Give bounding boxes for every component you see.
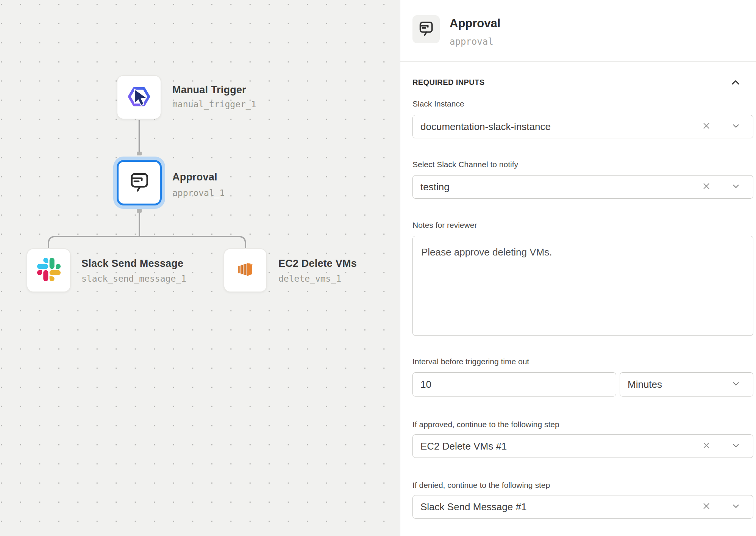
required-inputs-section-title: REQUIRED INPUTS	[412, 78, 484, 87]
interval-unit-select[interactable]: Minutes	[620, 372, 753, 397]
chevron-down-icon[interactable]	[731, 379, 741, 390]
approval-output-port	[137, 209, 142, 213]
panel-step-icon-badge	[412, 15, 440, 43]
node-subtitle: approval_1	[172, 188, 225, 198]
approval-comment-icon	[418, 20, 434, 38]
clear-icon[interactable]	[701, 181, 711, 193]
panel-subtitle: approval	[450, 36, 494, 47]
approval-input-port	[137, 152, 142, 155]
slack-channel-label: Select Slack Channel to notify	[412, 160, 518, 169]
node-approval-selection-halo	[113, 157, 165, 209]
if-denied-label: If denied, continue to the following ste…	[412, 481, 550, 490]
if-approved-label: If approved, continue to the following s…	[412, 420, 559, 429]
step-config-panel: Approval approval REQUIRED INPUTS Slack …	[400, 0, 756, 536]
manual-trigger-icon	[127, 84, 152, 111]
ec2-icon	[234, 258, 257, 283]
node-title: EC2 Delete VMs	[278, 258, 357, 270]
chevron-down-icon[interactable]	[731, 440, 741, 452]
node-subtitle: delete_vms_1	[278, 274, 341, 284]
workflow-canvas[interactable]: Manual Trigger manual_trigger_1 Approval…	[0, 0, 400, 536]
node-title: Approval	[172, 171, 217, 183]
node-subtitle: manual_trigger_1	[172, 99, 256, 109]
interval-unit-value: Minutes	[628, 379, 662, 390]
node-subtitle: slack_send_message_1	[81, 274, 186, 284]
if-denied-combobox	[412, 495, 753, 519]
interval-label: Interval before triggering time out	[412, 357, 529, 366]
interval-value-input[interactable]	[412, 372, 616, 397]
node-slack-send-message[interactable]	[27, 248, 71, 292]
clear-icon[interactable]	[701, 121, 711, 132]
panel-header-divider	[400, 61, 756, 62]
chevron-down-icon[interactable]	[731, 181, 741, 193]
approval-comment-icon	[128, 171, 150, 194]
node-title: Manual Trigger	[172, 84, 246, 96]
notes-for-reviewer-textarea[interactable]: Please approve deleting VMs.	[412, 236, 753, 336]
slack-icon	[37, 258, 61, 283]
chevron-up-icon[interactable]	[730, 77, 741, 88]
chevron-down-icon[interactable]	[731, 121, 741, 132]
notes-for-reviewer-label: Notes for reviewer	[412, 221, 477, 230]
node-approval[interactable]	[117, 160, 162, 205]
node-ec2-delete-vms[interactable]	[223, 248, 267, 292]
slack-instance-combobox	[412, 115, 753, 138]
clear-icon[interactable]	[701, 440, 711, 452]
clear-icon[interactable]	[701, 501, 711, 512]
chevron-down-icon[interactable]	[731, 501, 741, 512]
if-approved-combobox	[412, 434, 753, 458]
panel-title: Approval	[450, 17, 500, 30]
node-manual-trigger[interactable]	[117, 75, 161, 119]
slack-instance-label: Slack Instance	[412, 99, 464, 108]
slack-channel-combobox	[412, 175, 753, 199]
node-title: Slack Send Message	[81, 258, 183, 270]
